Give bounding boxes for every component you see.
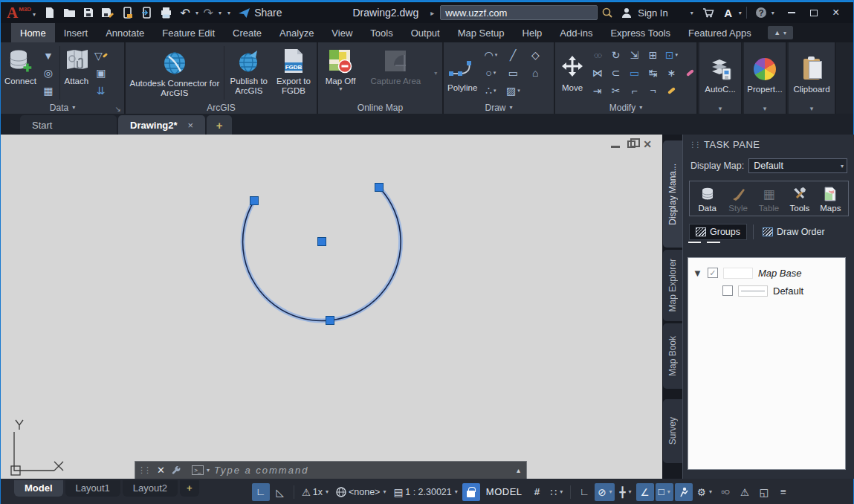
autodesk-connector-button[interactable]: Autodesk Connector for ArcGIS xyxy=(127,45,222,101)
side-tab-map-explorer[interactable]: Map Explorer xyxy=(663,250,682,321)
pencil-edit-icon[interactable] xyxy=(667,89,676,92)
clipboard-panel-button[interactable]: Clipboard xyxy=(791,45,832,103)
ortho-mode-toggle[interactable]: ∟ xyxy=(575,483,593,501)
tab-featured-apps[interactable]: Featured Apps xyxy=(679,23,760,42)
plot-button[interactable] xyxy=(156,3,175,22)
search-button[interactable] xyxy=(598,3,617,22)
command-close-icon[interactable]: ✕ xyxy=(152,465,169,476)
default-checkbox[interactable] xyxy=(722,285,733,296)
map-search-icon[interactable]: ◎ xyxy=(39,65,57,82)
filter-edit-icon[interactable]: ▽ xyxy=(92,47,110,64)
point-tool-icon[interactable]: ∴▾ xyxy=(485,85,496,97)
share-button[interactable]: Share xyxy=(238,7,282,19)
isolate-objects-toggle[interactable]: ▫○ xyxy=(716,483,734,501)
customization-menu-button[interactable]: ≡ xyxy=(774,483,792,501)
close-button[interactable]: × xyxy=(825,3,847,22)
space-toggle[interactable]: MODEL xyxy=(482,486,527,497)
array-tool-icon[interactable]: ⊞ xyxy=(649,49,658,61)
tab-create[interactable]: Create xyxy=(224,23,271,42)
scale-tool-icon[interactable]: ⇲ xyxy=(630,49,639,61)
break-tool-icon[interactable]: ✂ xyxy=(612,85,621,97)
search-input[interactable] xyxy=(440,5,598,20)
arc-tool-icon[interactable]: ◠▾ xyxy=(484,49,497,61)
point-style-icon[interactable]: ◇ xyxy=(531,49,540,61)
maximize-button[interactable] xyxy=(803,3,825,22)
grip-endpoint-1[interactable] xyxy=(250,197,259,205)
polyline-button[interactable]: Polyline xyxy=(445,45,479,101)
qat-customize-icon[interactable]: ▾ xyxy=(227,10,230,16)
sign-in-dropdown-icon[interactable]: ▾ xyxy=(690,10,693,16)
scale-lock-toggle[interactable] xyxy=(462,483,480,501)
sign-in-label[interactable]: Sign In xyxy=(638,7,667,19)
redo-button[interactable]: ↷ xyxy=(198,3,218,22)
expand-chevron-icon[interactable]: ▼ xyxy=(693,268,702,279)
help-dropdown-icon[interactable]: ▾ xyxy=(771,10,774,16)
undo-button[interactable]: ↶ xyxy=(175,3,195,22)
grid-display-toggle[interactable]: # xyxy=(528,483,546,501)
snap-mode-toggle[interactable]: ∷▾ xyxy=(548,483,566,501)
tab-map-setup[interactable]: Map Setup xyxy=(449,23,514,42)
tab-feature-edit[interactable]: Feature Edit xyxy=(153,23,224,42)
annotation-visibility-toggle[interactable]: ⚠1x▾ xyxy=(299,483,331,501)
layout2-tab[interactable]: Layout2 xyxy=(123,480,178,497)
tab-help[interactable]: Help xyxy=(514,23,551,42)
overlap-tool-icon[interactable]: ⊡▾ xyxy=(665,49,678,61)
publish-arcgis-button[interactable]: Publish to ArcGIS xyxy=(226,45,272,101)
import-file-icon[interactable]: ⇊ xyxy=(92,82,110,99)
command-line-bar[interactable]: ⋮⋮ ✕ >_ ▾ Type a command ▴ xyxy=(135,461,527,479)
hatch-tool-icon[interactable]: ▨▾ xyxy=(506,85,520,97)
tab-analyze[interactable]: Analyze xyxy=(271,23,323,42)
break-at-point-icon[interactable]: ⌐ xyxy=(631,85,637,97)
insert-image-icon[interactable]: ▣ xyxy=(92,65,110,82)
capture-area-dropdown-icon[interactable]: ▾ xyxy=(434,70,437,77)
trim-tool-icon[interactable]: ↹ xyxy=(649,67,658,79)
polar-tracking-toggle[interactable]: ⊘▾ xyxy=(595,483,615,501)
draw-panel-label-row[interactable]: Draw ▾ xyxy=(444,101,554,114)
map-off-button[interactable]: Map Off ▾ xyxy=(323,45,358,101)
graphics-warning-icon[interactable]: ⚠ xyxy=(736,483,754,501)
object-snap-toggle[interactable]: □▾ xyxy=(656,483,673,501)
style-tool-button[interactable]: Style xyxy=(723,186,752,213)
properties-panel-button[interactable]: Propert... xyxy=(745,45,784,103)
map-base-checkbox[interactable]: ✓ xyxy=(708,268,718,278)
layout1-tab[interactable]: Layout1 xyxy=(65,480,120,497)
rectangle-tool-icon[interactable]: ▭ xyxy=(508,67,518,79)
save-as-button[interactable] xyxy=(98,3,117,22)
redo-dropdown-icon[interactable]: ▾ xyxy=(219,10,221,16)
tab-add-ins[interactable]: Add-ins xyxy=(551,23,601,42)
groups-button[interactable]: Groups xyxy=(689,224,747,240)
model-tab[interactable]: Model xyxy=(14,480,63,497)
file-tab-drawing2[interactable]: Drawing2* × xyxy=(118,115,205,135)
ribbon-display-toggle[interactable]: ▲▾ xyxy=(768,26,793,39)
command-customize-icon[interactable] xyxy=(169,465,186,476)
maps-tool-button[interactable]: Maps xyxy=(816,186,845,213)
side-tab-display-manager[interactable]: Display Mana... xyxy=(663,140,682,248)
osnap-tracking-toggle[interactable]: ∠ xyxy=(636,483,654,501)
clipboard-panel-expander[interactable]: ▾ xyxy=(789,103,835,114)
recent-commands-icon[interactable]: ▾ xyxy=(207,467,210,474)
drawing-canvas[interactable]: ✕ Y X ⋮⋮ ✕ xyxy=(1,135,662,479)
command-grip-icon[interactable]: ⋮⋮ xyxy=(135,465,152,475)
copy-tool-icon[interactable]: ◌◌ xyxy=(594,51,601,59)
side-tab-map-book[interactable]: Map Book xyxy=(663,323,682,389)
offset-tool-icon[interactable]: ⊂ xyxy=(612,67,621,79)
dynamic-input-toggle[interactable]: ◺ xyxy=(271,483,289,501)
line-tool-icon[interactable]: ╱ xyxy=(510,49,516,61)
tab-home[interactable]: Home xyxy=(11,23,55,42)
grip-endpoint-2[interactable] xyxy=(375,184,384,192)
workspace-settings-control[interactable]: ⚙▾ xyxy=(694,483,715,501)
arcgis-panel-label-row[interactable]: ArcGIS xyxy=(126,101,317,114)
task-pane-header[interactable]: ⋮⋮ TASK PANE xyxy=(683,135,854,154)
autocad-panel-expander[interactable]: ▾ xyxy=(699,103,741,114)
connect-button[interactable]: Connect xyxy=(2,45,39,101)
new-layout-button[interactable]: + xyxy=(180,480,199,497)
isodraft-toggle[interactable]: ╋▾ xyxy=(616,483,634,501)
file-tab-start[interactable]: Start xyxy=(20,115,117,135)
open-file-button[interactable] xyxy=(59,3,79,22)
autodesk-app-button[interactable]: A xyxy=(719,3,738,22)
viewport-scale-control[interactable]: ▤1 : 2.30021▾ xyxy=(390,483,460,501)
match-properties-icon[interactable]: ∗ xyxy=(667,67,676,79)
stretch-tool-icon[interactable]: ▭ xyxy=(630,67,639,79)
side-tab-survey[interactable]: Survey xyxy=(663,399,682,463)
clean-screen-toggle[interactable]: ◱ xyxy=(755,483,773,501)
